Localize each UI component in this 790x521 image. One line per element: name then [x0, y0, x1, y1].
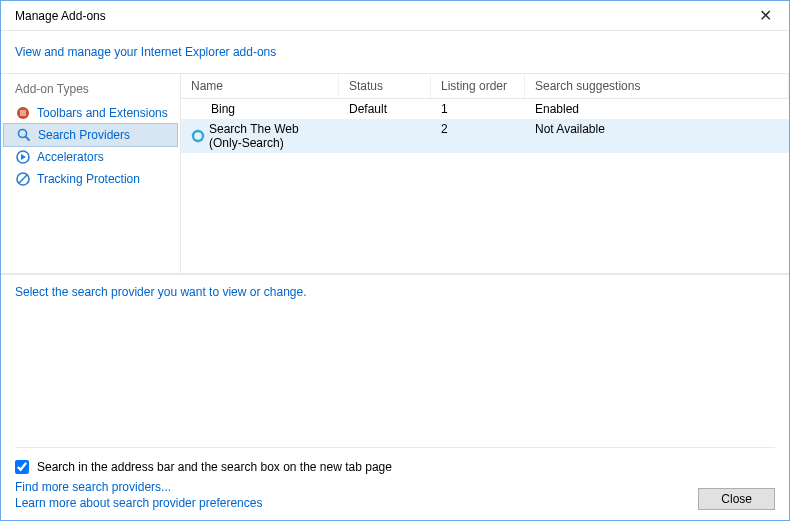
provider-icon [191, 129, 205, 143]
titlebar: Manage Add-ons ✕ [1, 1, 789, 31]
svg-line-3 [26, 137, 30, 141]
subtitle-row: View and manage your Internet Explorer a… [1, 31, 789, 73]
manage-addons-window: Manage Add-ons ✕ View and manage your In… [0, 0, 790, 521]
cell-suggestions: Not Available [525, 119, 789, 153]
svg-marker-5 [21, 154, 26, 160]
provider-name: Search The Web (Only-Search) [209, 122, 329, 150]
instruction-text: Select the search provider you want to v… [15, 285, 775, 359]
puzzle-icon [15, 105, 31, 121]
cell-name: Search The Web (Only-Search) [181, 119, 339, 153]
sidebar: Add-on Types Toolbars and Extensions Sea… [1, 74, 181, 273]
column-headers: Name Status Listing order Search suggest… [181, 74, 789, 99]
rows: Bing Default 1 Enabled Search The Web (O… [181, 99, 789, 273]
col-status[interactable]: Status [339, 74, 431, 98]
footer: Find more search providers... Learn more… [1, 474, 789, 520]
sidebar-item-accelerators[interactable]: Accelerators [1, 146, 180, 168]
svg-point-8 [193, 131, 203, 141]
close-icon[interactable]: ✕ [749, 4, 781, 28]
col-order[interactable]: Listing order [431, 74, 525, 98]
close-button[interactable]: Close [698, 488, 775, 510]
cell-order: 1 [431, 99, 525, 119]
cell-suggestions: Enabled [525, 99, 789, 119]
accelerator-icon [15, 149, 31, 165]
sidebar-item-label: Toolbars and Extensions [37, 106, 168, 120]
svg-rect-1 [20, 110, 26, 116]
sidebar-item-label: Search Providers [38, 128, 130, 142]
checkbox-label: Search in the address bar and the search… [37, 460, 392, 474]
provider-name: Bing [211, 102, 235, 116]
window-title: Manage Add-ons [15, 9, 106, 23]
cell-status [339, 119, 431, 153]
search-in-addressbar-checkbox[interactable] [15, 460, 29, 474]
cell-name: Bing [181, 99, 339, 119]
sidebar-item-search-providers[interactable]: Search Providers [3, 123, 178, 147]
col-suggestions[interactable]: Search suggestions [525, 74, 789, 98]
sidebar-item-label: Tracking Protection [37, 172, 140, 186]
bottom-panel: Select the search provider you want to v… [1, 274, 789, 474]
block-icon [15, 171, 31, 187]
table-row[interactable]: Search The Web (Only-Search) 2 Not Avail… [181, 119, 789, 153]
view-manage-link[interactable]: View and manage your Internet Explorer a… [15, 45, 276, 59]
sidebar-header: Add-on Types [1, 76, 180, 102]
search-in-addressbar-row[interactable]: Search in the address bar and the search… [15, 447, 775, 474]
sidebar-item-tracking-protection[interactable]: Tracking Protection [1, 168, 180, 190]
listview: Name Status Listing order Search suggest… [181, 74, 789, 273]
body: Add-on Types Toolbars and Extensions Sea… [1, 73, 789, 274]
magnifier-icon [16, 127, 32, 143]
svg-line-7 [19, 175, 27, 183]
col-name[interactable]: Name [181, 74, 339, 98]
cell-order: 2 [431, 119, 525, 153]
footer-links: Find more search providers... Learn more… [15, 480, 262, 510]
table-row[interactable]: Bing Default 1 Enabled [181, 99, 789, 119]
cell-status: Default [339, 99, 431, 119]
learn-more-link[interactable]: Learn more about search provider prefere… [15, 496, 262, 510]
sidebar-item-label: Accelerators [37, 150, 104, 164]
sidebar-item-toolbars[interactable]: Toolbars and Extensions [1, 102, 180, 124]
find-more-providers-link[interactable]: Find more search providers... [15, 480, 262, 494]
